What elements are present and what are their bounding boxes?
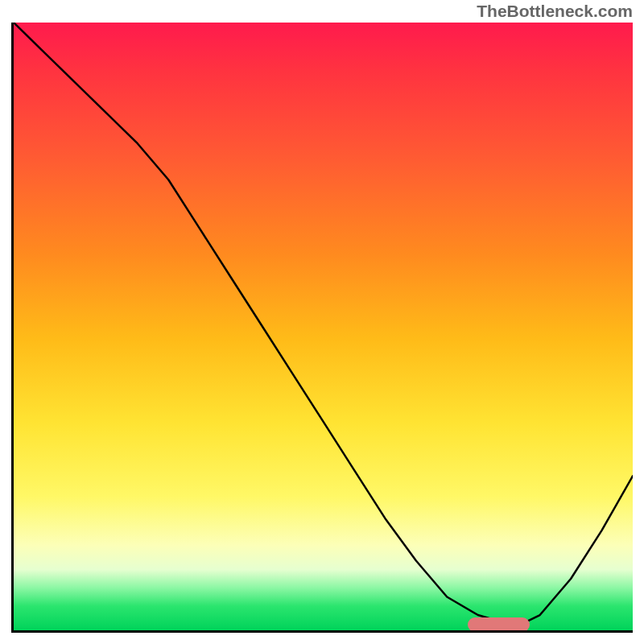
bottleneck-curve xyxy=(14,23,633,627)
attribution-watermark: TheBottleneck.com xyxy=(477,2,633,21)
plot-area xyxy=(11,23,633,633)
optimal-range-marker xyxy=(468,617,530,632)
